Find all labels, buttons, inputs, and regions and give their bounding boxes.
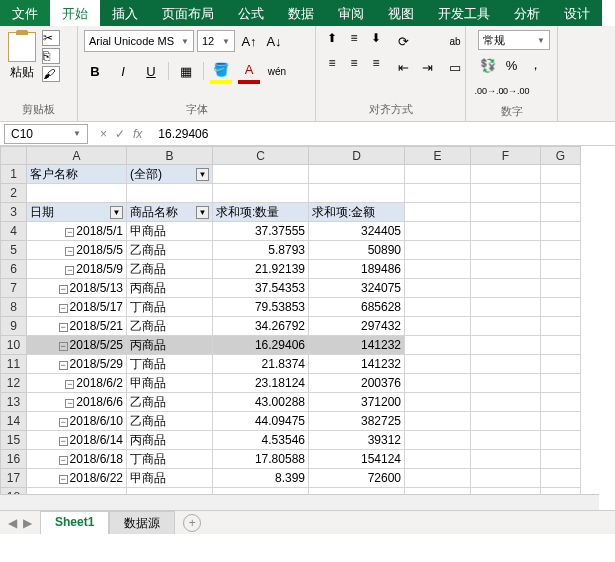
- cell[interactable]: [541, 298, 581, 317]
- cell[interactable]: [541, 355, 581, 374]
- filter-dropdown-icon[interactable]: ▼: [110, 206, 123, 219]
- align-right-icon[interactable]: ≡: [366, 55, 386, 71]
- cell-qty[interactable]: 23.18124: [213, 374, 309, 393]
- row-header-10[interactable]: 10: [1, 336, 27, 355]
- cell[interactable]: [405, 279, 471, 298]
- cell[interactable]: [471, 412, 541, 431]
- align-left-icon[interactable]: ≡: [322, 55, 342, 71]
- row-header-13[interactable]: 13: [1, 393, 27, 412]
- row-header-17[interactable]: 17: [1, 469, 27, 488]
- cell-amount[interactable]: 154124: [309, 450, 405, 469]
- cell[interactable]: [541, 222, 581, 241]
- row-header-1[interactable]: 1: [1, 165, 27, 184]
- cell-date[interactable]: −2018/6/18: [27, 450, 127, 469]
- copy-icon[interactable]: ⎘: [42, 48, 60, 64]
- orientation-icon[interactable]: ⟳: [392, 30, 414, 52]
- cell-date[interactable]: −2018/6/10: [27, 412, 127, 431]
- cell[interactable]: [405, 431, 471, 450]
- cell[interactable]: [309, 184, 405, 203]
- font-color-button[interactable]: A: [238, 58, 260, 84]
- menu-tab-8[interactable]: 开发工具: [426, 0, 502, 26]
- row-header-12[interactable]: 12: [1, 374, 27, 393]
- sheet-tab-0[interactable]: Sheet1: [40, 511, 109, 535]
- cell[interactable]: [471, 374, 541, 393]
- cell-date[interactable]: −2018/6/2: [27, 374, 127, 393]
- cell-product[interactable]: 乙商品: [127, 412, 213, 431]
- cell-product[interactable]: 乙商品: [127, 241, 213, 260]
- cell[interactable]: [541, 393, 581, 412]
- collapse-icon[interactable]: −: [59, 361, 68, 370]
- cut-icon[interactable]: ✂: [42, 30, 60, 46]
- cell-product[interactable]: 丁商品: [127, 298, 213, 317]
- cell-product[interactable]: 甲商品: [127, 374, 213, 393]
- menu-tab-7[interactable]: 视图: [376, 0, 426, 26]
- grid[interactable]: ABCDEFG1客户名称(全部)▼23日期▼商品名称▼求和项:数量求和项:金额4…: [0, 146, 581, 507]
- cell[interactable]: [541, 317, 581, 336]
- cell-product[interactable]: 乙商品: [127, 317, 213, 336]
- cell[interactable]: [405, 412, 471, 431]
- cell-amount[interactable]: 72600: [309, 469, 405, 488]
- cell-amount[interactable]: 141232: [309, 355, 405, 374]
- collapse-icon[interactable]: −: [59, 304, 68, 313]
- row-header-8[interactable]: 8: [1, 298, 27, 317]
- border-button[interactable]: ▦: [175, 60, 197, 82]
- align-center-icon[interactable]: ≡: [344, 55, 364, 71]
- percent-button[interactable]: %: [502, 54, 522, 76]
- cell-date[interactable]: −2018/5/5: [27, 241, 127, 260]
- decrease-indent-icon[interactable]: ⇤: [392, 56, 414, 78]
- row-header-4[interactable]: 4: [1, 222, 27, 241]
- cell[interactable]: [471, 260, 541, 279]
- collapse-icon[interactable]: −: [59, 418, 68, 427]
- paste-button[interactable]: 粘贴: [6, 30, 38, 83]
- cell-product[interactable]: 丁商品: [127, 355, 213, 374]
- cell-amount[interactable]: 297432: [309, 317, 405, 336]
- cell[interactable]: [471, 355, 541, 374]
- cell-date[interactable]: −2018/5/21: [27, 317, 127, 336]
- cell[interactable]: [541, 279, 581, 298]
- cell-qty[interactable]: 37.54353: [213, 279, 309, 298]
- col-header-E[interactable]: E: [405, 147, 471, 165]
- menu-tab-2[interactable]: 插入: [100, 0, 150, 26]
- collapse-icon[interactable]: −: [59, 342, 68, 351]
- cell-amount[interactable]: 685628: [309, 298, 405, 317]
- menu-tab-10[interactable]: 设计: [552, 0, 602, 26]
- cell[interactable]: [471, 184, 541, 203]
- cell[interactable]: [471, 298, 541, 317]
- pivot-header[interactable]: 商品名称▼: [127, 203, 213, 222]
- cell[interactable]: [405, 260, 471, 279]
- cell[interactable]: [471, 336, 541, 355]
- cell-qty[interactable]: 17.80588: [213, 450, 309, 469]
- cell[interactable]: [405, 165, 471, 184]
- cell-product[interactable]: 乙商品: [127, 393, 213, 412]
- cell[interactable]: [405, 374, 471, 393]
- row-header-9[interactable]: 9: [1, 317, 27, 336]
- row-header-15[interactable]: 15: [1, 431, 27, 450]
- cell-qty[interactable]: 43.00288: [213, 393, 309, 412]
- collapse-icon[interactable]: −: [59, 456, 68, 465]
- cell[interactable]: [405, 184, 471, 203]
- cancel-icon[interactable]: ×: [100, 127, 107, 141]
- cell[interactable]: [541, 450, 581, 469]
- cell[interactable]: [27, 184, 127, 203]
- merge-cells-icon[interactable]: ▭: [444, 56, 466, 78]
- cell-amount[interactable]: 382725: [309, 412, 405, 431]
- cell[interactable]: [471, 393, 541, 412]
- cell-qty[interactable]: 21.8374: [213, 355, 309, 374]
- cell[interactable]: [405, 298, 471, 317]
- cell-qty[interactable]: 44.09475: [213, 412, 309, 431]
- collapse-icon[interactable]: −: [59, 285, 68, 294]
- cell[interactable]: [471, 203, 541, 222]
- collapse-icon[interactable]: −: [59, 475, 68, 484]
- decrease-font-icon[interactable]: A↓: [263, 30, 285, 52]
- cell[interactable]: [541, 203, 581, 222]
- row-header-11[interactable]: 11: [1, 355, 27, 374]
- cell[interactable]: [471, 279, 541, 298]
- cell[interactable]: [405, 355, 471, 374]
- cell[interactable]: [541, 165, 581, 184]
- row-header-2[interactable]: 2: [1, 184, 27, 203]
- cell[interactable]: [405, 469, 471, 488]
- cell[interactable]: [405, 393, 471, 412]
- cell-qty[interactable]: 34.26792: [213, 317, 309, 336]
- cell[interactable]: [405, 450, 471, 469]
- menu-tab-6[interactable]: 审阅: [326, 0, 376, 26]
